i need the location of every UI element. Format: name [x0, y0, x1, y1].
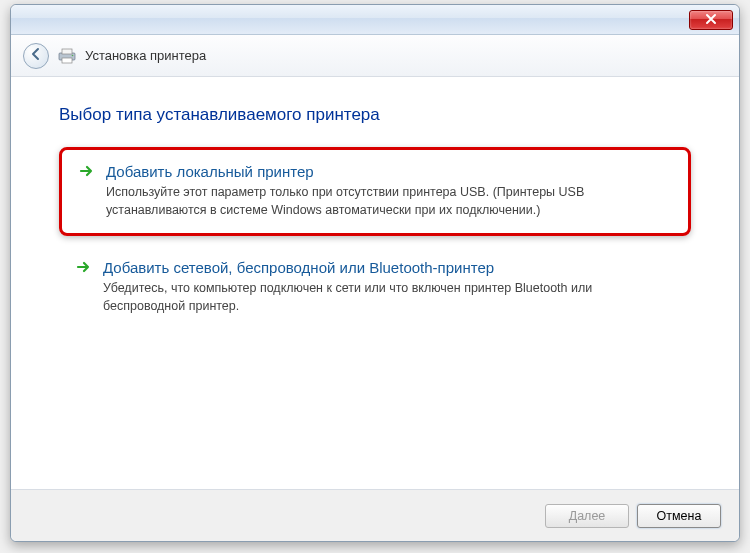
- titlebar: [11, 5, 739, 35]
- page-heading: Выбор типа устанавливаемого принтера: [59, 105, 691, 125]
- svg-point-3: [72, 54, 74, 56]
- option-description: Убедитесь, что компьютер подключен к сет…: [75, 280, 675, 315]
- option-title: Добавить сетевой, беспроводной или Bluet…: [103, 259, 494, 276]
- header-title: Установка принтера: [85, 48, 206, 63]
- footer-bar: Далее Отмена: [11, 489, 739, 541]
- next-button: Далее: [545, 504, 629, 528]
- arrow-right-icon: [78, 162, 96, 180]
- option-local-printer[interactable]: Добавить локальный принтер Используйте э…: [59, 147, 691, 236]
- back-button[interactable]: [23, 43, 49, 69]
- content-area: Выбор типа устанавливаемого принтера Доб…: [11, 77, 739, 489]
- wizard-window: Установка принтера Выбор типа устанавлив…: [10, 4, 740, 542]
- close-button[interactable]: [689, 10, 733, 30]
- option-network-printer[interactable]: Добавить сетевой, беспроводной или Bluet…: [59, 246, 691, 329]
- cancel-button[interactable]: Отмена: [637, 504, 721, 528]
- option-head: Добавить сетевой, беспроводной или Bluet…: [75, 258, 675, 276]
- arrow-right-icon: [75, 258, 93, 276]
- header-bar: Установка принтера: [11, 35, 739, 77]
- close-icon: [705, 11, 717, 29]
- option-head: Добавить локальный принтер: [78, 162, 672, 180]
- back-arrow-icon: [29, 47, 43, 65]
- option-description: Используйте этот параметр только при отс…: [78, 184, 672, 219]
- option-title: Добавить локальный принтер: [106, 163, 314, 180]
- svg-rect-2: [62, 58, 72, 63]
- svg-rect-1: [62, 49, 72, 54]
- printer-icon: [57, 48, 77, 64]
